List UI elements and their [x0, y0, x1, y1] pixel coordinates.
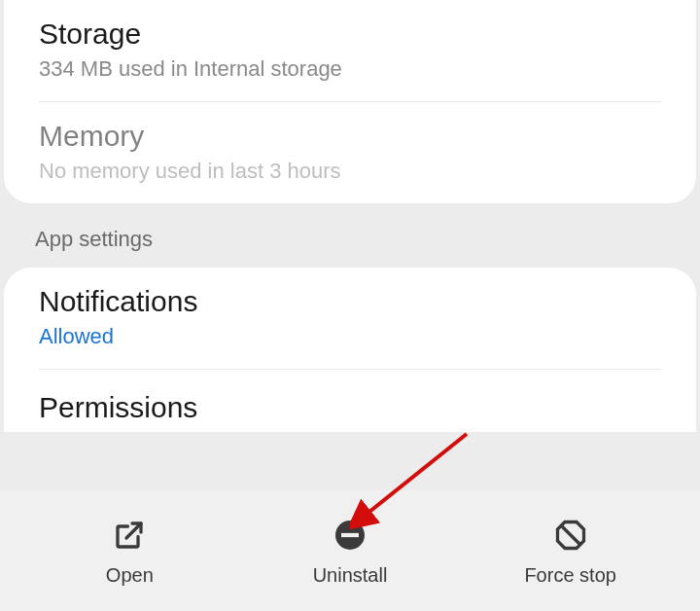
force-stop-icon — [551, 516, 590, 555]
notifications-status: Allowed — [39, 324, 661, 349]
force-stop-button[interactable]: Force stop — [493, 516, 648, 587]
section-app-settings: App settings — [0, 203, 700, 268]
notifications-title: Notifications — [39, 285, 661, 318]
uninstall-button[interactable]: Uninstall — [272, 516, 428, 587]
open-icon — [110, 516, 149, 555]
uninstall-label: Uninstall — [313, 564, 388, 587]
usage-card: Storage 334 MB used in Internal storage … — [4, 0, 696, 203]
open-button[interactable]: Open — [52, 516, 207, 587]
permissions-title: Permissions — [4, 370, 696, 432]
storage-subtitle: 334 MB used in Internal storage — [39, 56, 661, 82]
permissions-item[interactable]: Permissions — [4, 370, 696, 432]
memory-title: Memory — [39, 120, 661, 153]
uninstall-icon — [331, 516, 369, 555]
open-label: Open — [106, 564, 154, 587]
storage-title: Storage — [39, 18, 661, 51]
force-stop-label: Force stop — [524, 564, 615, 587]
notifications-item[interactable]: Notifications Allowed — [4, 268, 696, 369]
svg-line-4 — [562, 526, 579, 544]
settings-card: Notifications Allowed Permissions — [4, 268, 696, 432]
bottom-action-bar: Open Uninstall Force stop — [0, 490, 700, 611]
svg-rect-2 — [341, 532, 359, 536]
memory-subtitle: No memory used in last 3 hours — [39, 159, 661, 184]
storage-item[interactable]: Storage 334 MB used in Internal storage — [4, 0, 696, 101]
memory-item[interactable]: Memory No memory used in last 3 hours — [4, 102, 696, 203]
